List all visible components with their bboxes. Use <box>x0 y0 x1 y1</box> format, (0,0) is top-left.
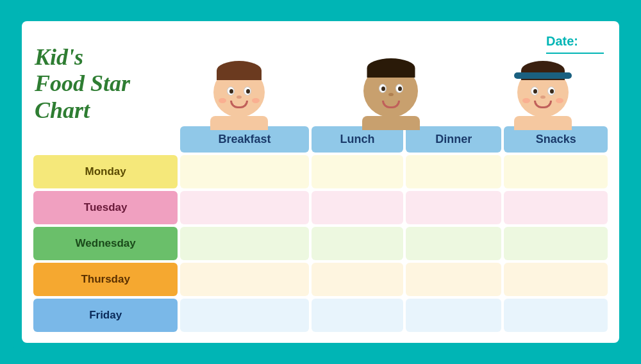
char2-mouth <box>382 101 400 108</box>
header-row: Breakfast Lunch Dinner Snacks <box>33 126 608 153</box>
title-area: Kid's Food Star Chart <box>22 33 163 124</box>
breakfast-header: Breakfast <box>180 126 309 153</box>
lunch-cell-monday[interactable] <box>312 155 403 188</box>
char1-nose <box>237 95 242 99</box>
character-1 <box>210 67 268 130</box>
table-row: Wednesday <box>33 227 608 260</box>
snacks-cell-thursday[interactable] <box>504 263 608 296</box>
lunch-header: Lunch <box>312 126 403 153</box>
char3-nose <box>540 95 545 99</box>
char2-eye-left <box>379 84 387 93</box>
char3-headband <box>514 72 572 79</box>
date-area: Date: <box>546 34 604 54</box>
char3-mouth <box>534 101 552 108</box>
snacks-header: Snacks <box>504 126 608 153</box>
char1-eye-right <box>244 87 251 95</box>
table-row: Thursday <box>33 263 608 296</box>
table-row: Friday <box>33 299 608 332</box>
dinner-header: Dinner <box>406 126 501 153</box>
char3-head <box>517 67 569 117</box>
char1-cheek-right <box>252 98 260 103</box>
char1-cheek-left <box>219 98 226 103</box>
dinner-cell-friday[interactable] <box>406 299 501 332</box>
day-cell-tuesday: Tuesday <box>33 191 178 224</box>
breakfast-cell-tuesday[interactable] <box>180 191 309 224</box>
breakfast-cell-wednesday[interactable] <box>180 227 309 260</box>
characters-area <box>163 58 619 124</box>
char2-eyes <box>379 84 403 93</box>
char2-nose <box>388 93 394 96</box>
top-section: Kid's Food Star Chart <box>22 21 619 124</box>
snacks-cell-friday[interactable] <box>504 299 608 332</box>
table-row: Monday <box>33 155 608 188</box>
char2-hair <box>367 58 415 78</box>
char1-eyes <box>227 87 251 95</box>
food-chart-table: Breakfast Lunch Dinner Snacks MondayTues… <box>31 124 610 335</box>
chart-title: Kid's Food Star Chart <box>35 44 156 124</box>
date-label: Date: <box>546 34 578 49</box>
char3-hands <box>514 116 572 130</box>
snacks-cell-tuesday[interactable] <box>504 191 608 224</box>
character-2 <box>362 65 420 130</box>
chart-area: Breakfast Lunch Dinner Snacks MondayTues… <box>22 124 619 343</box>
snacks-cell-monday[interactable] <box>504 155 608 188</box>
inner-card: Kid's Food Star Chart <box>22 21 619 343</box>
day-cell-wednesday: Wednesday <box>33 227 178 260</box>
char1-eye-left <box>227 87 235 95</box>
char2-hands <box>362 116 420 130</box>
breakfast-cell-friday[interactable] <box>180 299 309 332</box>
lunch-cell-tuesday[interactable] <box>312 191 403 224</box>
table-row: Tuesday <box>33 191 608 224</box>
day-cell-friday: Friday <box>33 299 178 332</box>
dinner-cell-wednesday[interactable] <box>406 227 501 260</box>
char2-eye-right <box>395 84 403 93</box>
breakfast-cell-thursday[interactable] <box>180 263 309 296</box>
char3-eye-right <box>547 87 555 95</box>
breakfast-cell-monday[interactable] <box>180 155 309 188</box>
day-cell-monday: Monday <box>33 155 178 188</box>
character-3 <box>514 67 572 130</box>
day-cell-thursday: Thursday <box>33 263 178 296</box>
char1-mouth <box>230 101 248 108</box>
char2-head <box>363 65 418 117</box>
char3-cheek-right <box>556 98 563 103</box>
char3-eyes <box>531 87 555 95</box>
lunch-cell-wednesday[interactable] <box>312 227 403 260</box>
lunch-cell-thursday[interactable] <box>312 263 403 296</box>
dinner-cell-monday[interactable] <box>406 155 501 188</box>
snacks-cell-wednesday[interactable] <box>504 227 608 260</box>
outer-border: Kid's Food Star Chart <box>13 12 628 352</box>
day-column-header <box>33 126 178 153</box>
char1-hands <box>210 116 268 130</box>
char1-head <box>213 67 265 117</box>
dinner-cell-tuesday[interactable] <box>406 191 501 224</box>
date-line <box>546 53 604 54</box>
lunch-cell-friday[interactable] <box>312 299 403 332</box>
char3-eye-left <box>531 87 538 95</box>
char3-cheek-left <box>522 98 530 103</box>
char1-hair <box>217 61 262 80</box>
dinner-cell-thursday[interactable] <box>406 263 501 296</box>
